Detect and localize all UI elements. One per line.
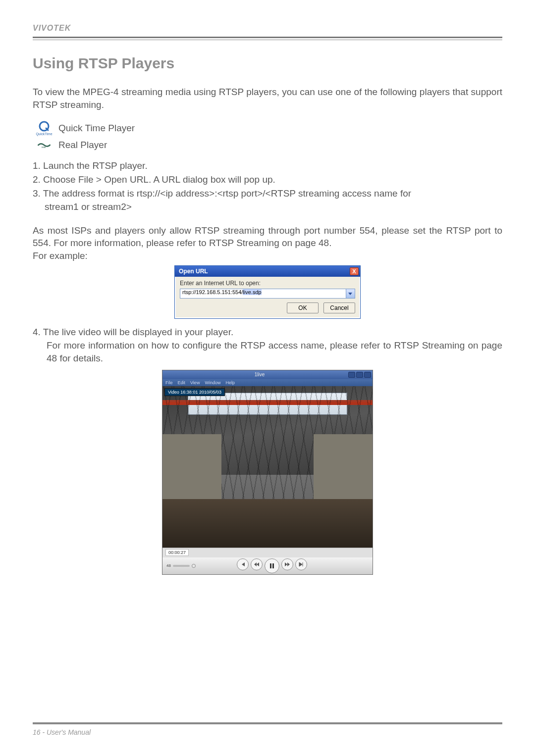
- svg-text:real: real: [42, 146, 46, 149]
- realplayer-icon: real: [38, 141, 51, 149]
- footer-page-number: 16 - User's Manual: [33, 728, 502, 736]
- page: VIVOTEK Using RTSP Players To view the M…: [0, 0, 535, 756]
- volume-control[interactable]: 48: [166, 563, 196, 568]
- section-title: Using RTSP Players: [33, 55, 502, 72]
- player-screenshot-wrap: 1live File Edit View Window Help: [33, 370, 502, 575]
- player-menu: File Edit View Window Help: [162, 379, 373, 386]
- step-3: 3. The address format is rtsp://<ip addr…: [33, 187, 502, 200]
- intro-paragraph: To view the MPEG-4 streaming media using…: [33, 86, 502, 111]
- content: Using RTSP Players To view the MPEG-4 st…: [33, 40, 502, 575]
- svg-rect-2: [270, 563, 271, 568]
- player-screenshot: 1live File Edit View Window Help: [162, 370, 373, 575]
- quicktime-label: Quick Time Player: [58, 123, 135, 134]
- quicktime-row: QuickTime Quick Time Player: [38, 120, 502, 137]
- menu-help[interactable]: Help: [225, 380, 235, 385]
- step-4: 4. The live video will be displayed in y…: [33, 326, 502, 339]
- dialog-label: Enter an Internet URL to open:: [180, 280, 355, 287]
- close-icon[interactable]: X: [350, 267, 359, 275]
- skip-start-icon[interactable]: [237, 558, 249, 570]
- rewind-icon[interactable]: [251, 558, 263, 570]
- time-bar: 00:00:27: [162, 548, 373, 557]
- menu-file[interactable]: File: [165, 380, 173, 385]
- header-rule-thick: [33, 37, 502, 38]
- player-titlebar[interactable]: 1live: [162, 370, 373, 379]
- svg-rect-3: [272, 563, 274, 568]
- step-3-cont: stream1 or stream2>: [33, 201, 502, 213]
- video-overlay-timestamp: Video 16:38:01 2010/05/03: [164, 388, 225, 396]
- url-prefix: rtsp://192.168.5.151:554/: [182, 289, 243, 295]
- dialog-buttons: OK Cancel: [180, 302, 355, 313]
- rtsp-streaming-link[interactable]: please refer to RTSP Streaming on page 4…: [146, 238, 331, 248]
- window-buttons: [348, 372, 371, 378]
- pause-icon[interactable]: [265, 558, 279, 573]
- close-icon[interactable]: [364, 372, 371, 378]
- volume-value: 48: [166, 563, 171, 568]
- open-url-dialog: Open URL X Enter an Internet URL to open…: [174, 265, 361, 319]
- minimize-icon[interactable]: [348, 372, 355, 378]
- forward-icon[interactable]: [281, 558, 293, 570]
- url-input[interactable]: rtsp://192.168.5.151:554/live.sdp: [180, 289, 346, 299]
- realplayer-label: Real Player: [58, 140, 107, 151]
- skip-end-icon[interactable]: [295, 558, 307, 570]
- elapsed-time: 00:00:27: [165, 549, 189, 556]
- footer-rule-thick: [33, 723, 502, 724]
- url-selected: live.sdp: [243, 289, 261, 295]
- page-footer: 16 - User's Manual: [33, 722, 502, 736]
- player-controls: 48: [162, 557, 373, 574]
- quicktime-icon: QuickTime: [38, 120, 51, 137]
- volume-knob-icon[interactable]: [192, 564, 196, 568]
- volume-track[interactable]: [173, 565, 190, 567]
- dialog-titlebar[interactable]: Open URL X: [175, 266, 360, 277]
- ok-button[interactable]: OK: [287, 302, 319, 313]
- step-2: 2. Choose File > Open URL. A URL dialog …: [33, 173, 502, 186]
- player-list: QuickTime Quick Time Player real Real Pl…: [38, 120, 502, 151]
- menu-window[interactable]: Window: [205, 380, 220, 385]
- brand-label: VIVOTEK: [33, 24, 502, 33]
- dialog-title: Open URL: [179, 268, 208, 275]
- isp-paragraph: As most ISPs and players only allow RTSP…: [33, 224, 502, 250]
- video-area: Video 16:38:01 2010/05/03: [162, 386, 373, 548]
- ordered-steps: 1. Launch the RTSP player. 2. Choose Fil…: [33, 159, 502, 213]
- maximize-icon[interactable]: [356, 372, 363, 378]
- step-4-block: 4. The live video will be displayed in y…: [33, 326, 502, 365]
- cancel-button[interactable]: Cancel: [323, 302, 355, 313]
- realplayer-row: real Real Player: [38, 140, 502, 151]
- url-input-row: rtsp://192.168.5.151:554/live.sdp: [180, 289, 355, 299]
- step-4-sub: For more information on how to configure…: [33, 339, 502, 364]
- page-header: VIVOTEK: [33, 24, 502, 40]
- step-1: 1. Launch the RTSP player.: [33, 159, 502, 172]
- menu-edit[interactable]: Edit: [178, 380, 186, 385]
- open-url-dialog-wrap: Open URL X Enter an Internet URL to open…: [33, 265, 502, 319]
- menu-view[interactable]: View: [190, 380, 200, 385]
- dialog-body: Enter an Internet URL to open: rtsp://19…: [175, 277, 360, 318]
- player-window-title: 1live: [255, 372, 265, 377]
- for-example-label: For example:: [33, 250, 502, 262]
- chevron-down-icon[interactable]: [346, 289, 355, 299]
- transport-buttons: [200, 558, 345, 573]
